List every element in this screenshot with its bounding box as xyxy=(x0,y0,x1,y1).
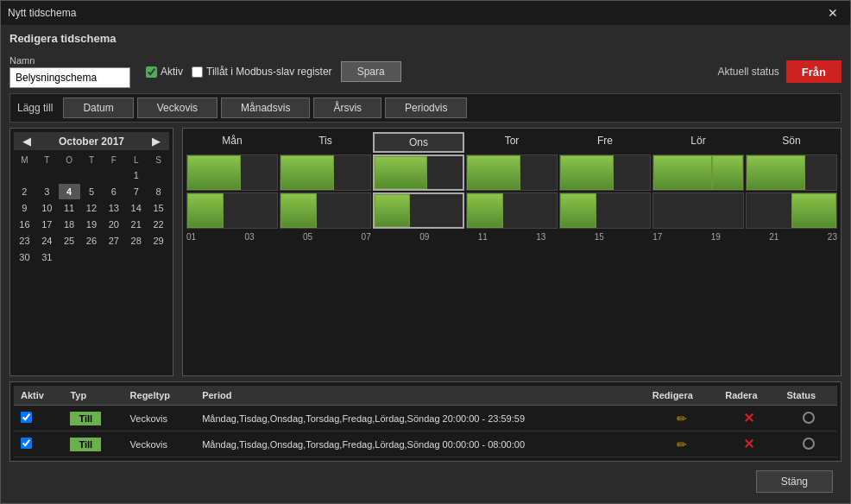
cal-day-29[interactable]: 29 xyxy=(148,233,169,249)
cell-tor-top[interactable] xyxy=(466,154,558,191)
td-period-2: Måndag,Tisdag,Onsdag,Torsdag,Fredag,Lörd… xyxy=(195,432,646,457)
table-row: Till Veckovis Måndag,Tisdag,Onsdag,Torsd… xyxy=(14,406,837,432)
cal-day-19[interactable]: 19 xyxy=(81,217,103,232)
row2-till-badge: Till xyxy=(70,438,101,451)
top-bar: Namn Aktiv Tillåt i Modbus-slav register… xyxy=(9,55,842,88)
cal-day-2[interactable]: 2 xyxy=(14,184,35,199)
cal-day-3[interactable]: 3 xyxy=(36,184,58,199)
cal-day-empty xyxy=(14,167,35,183)
cal-day-5[interactable]: 5 xyxy=(81,184,103,199)
cell-lor-top[interactable] xyxy=(652,154,744,191)
cal-day-30[interactable]: 30 xyxy=(14,249,35,265)
cal-day-13[interactable]: 13 xyxy=(103,200,124,216)
cell-mon-bot[interactable] xyxy=(186,192,278,229)
cal-day-14[interactable]: 14 xyxy=(125,200,147,216)
th-empty2 xyxy=(558,386,646,406)
day-header-ons: Ons xyxy=(373,132,464,153)
row1-aktiv-checkbox[interactable] xyxy=(21,412,32,423)
td-redigera-1: ✏ xyxy=(646,406,718,432)
cell-son-bot[interactable] xyxy=(746,192,837,229)
cal-dh-1: T xyxy=(36,154,58,167)
td-redigera-2: ✏ xyxy=(646,432,718,457)
tab-datum[interactable]: Datum xyxy=(63,98,133,118)
time-19: 19 xyxy=(711,232,721,242)
cal-day-7[interactable]: 7 xyxy=(125,184,147,199)
schedule-row-bottom xyxy=(186,192,837,229)
tab-veckovis[interactable]: Veckovis xyxy=(137,98,217,118)
cal-day-4[interactable]: 4 xyxy=(59,184,80,199)
lagg-till-bar: Lägg till Datum Veckovis Månadsvis Årsvi… xyxy=(9,93,842,123)
cal-day-25[interactable]: 25 xyxy=(59,233,80,249)
cell-tis-bot[interactable] xyxy=(280,192,371,229)
edit-icon-2[interactable]: ✏ xyxy=(677,438,687,451)
edit-icon-1[interactable]: ✏ xyxy=(677,412,687,425)
cell-fre-top[interactable] xyxy=(559,154,651,191)
time-labels: 01 03 05 07 09 11 13 15 17 19 21 23 xyxy=(186,230,837,243)
cal-day-11[interactable]: 11 xyxy=(59,200,80,216)
cal-day-10[interactable]: 10 xyxy=(36,200,58,216)
th-aktiv: Aktiv xyxy=(14,386,63,406)
th-period: Period xyxy=(195,386,470,406)
td-aktiv-2 xyxy=(14,432,63,457)
day-header-son: Sön xyxy=(746,132,837,153)
data-table: Aktiv Typ Regeltyp Period Redigera Rader… xyxy=(14,386,837,457)
delete-icon-1[interactable]: ✕ xyxy=(743,411,754,425)
fran-button[interactable]: Från xyxy=(786,60,842,83)
cal-day-9[interactable]: 9 xyxy=(14,200,35,216)
cal-day-22[interactable]: 22 xyxy=(148,217,169,232)
cal-day-6[interactable]: 6 xyxy=(103,184,124,199)
modbus-label: Tillåt i Modbus-slav register xyxy=(206,66,332,78)
cell-ons-bot[interactable] xyxy=(373,192,464,229)
cal-day-16[interactable]: 16 xyxy=(14,217,35,232)
cell-son-top[interactable] xyxy=(746,154,837,191)
day-header-tor: Tor xyxy=(466,132,558,153)
status-radio-2[interactable] xyxy=(803,438,815,450)
cal-day-23[interactable]: 23 xyxy=(14,233,35,249)
cal-day-18[interactable]: 18 xyxy=(59,217,80,232)
row1-till-badge: Till xyxy=(70,412,101,425)
day-headers: Mån Tis Ons Tor Fre Lör Sön xyxy=(186,132,837,153)
cal-day-24[interactable]: 24 xyxy=(36,233,58,249)
stang-button[interactable]: Stäng xyxy=(756,470,833,493)
cal-day-empty xyxy=(59,249,80,265)
th-status: Status xyxy=(780,386,837,406)
cal-day-1[interactable]: 1 xyxy=(125,167,147,183)
day-header-lor: Lör xyxy=(652,132,744,153)
table-header-row: Aktiv Typ Regeltyp Period Redigera Rader… xyxy=(14,386,837,406)
aktiv-checkbox[interactable] xyxy=(146,66,157,78)
td-radera-2: ✕ xyxy=(718,432,779,457)
cal-day-20[interactable]: 20 xyxy=(103,217,124,232)
cell-lor-bot[interactable] xyxy=(652,192,744,229)
cal-day-31[interactable]: 31 xyxy=(36,249,58,265)
cal-prev[interactable]: ◀ xyxy=(19,135,35,148)
time-17: 17 xyxy=(652,232,662,242)
cell-tor-bot[interactable] xyxy=(466,192,558,229)
cal-day-empty xyxy=(81,167,103,183)
cal-day-15[interactable]: 15 xyxy=(148,200,169,216)
delete-icon-2[interactable]: ✕ xyxy=(743,437,754,451)
time-13: 13 xyxy=(536,232,545,242)
cal-day-17[interactable]: 17 xyxy=(36,217,58,232)
cal-day-21[interactable]: 21 xyxy=(125,217,147,232)
tab-periodvis[interactable]: Periodvis xyxy=(385,98,467,118)
cal-day-8[interactable]: 8 xyxy=(148,184,169,199)
cell-tis-top[interactable] xyxy=(280,154,371,191)
status-radio-1[interactable] xyxy=(803,412,815,424)
cal-next[interactable]: ▶ xyxy=(148,135,164,148)
cal-day-28[interactable]: 28 xyxy=(125,233,147,249)
modbus-checkbox[interactable] xyxy=(192,66,203,78)
tab-arsvis[interactable]: Årsvis xyxy=(313,98,381,118)
cell-ons-top[interactable] xyxy=(373,154,464,191)
cal-day-27[interactable]: 27 xyxy=(103,233,124,249)
td-typ-2: Till xyxy=(63,432,123,457)
tab-manadsvis[interactable]: Månadsvis xyxy=(221,98,310,118)
cal-day-26[interactable]: 26 xyxy=(81,233,103,249)
close-button[interactable]: ✕ xyxy=(823,4,843,22)
row2-aktiv-checkbox[interactable] xyxy=(21,438,32,449)
spara-button[interactable]: Spara xyxy=(341,61,401,82)
name-input[interactable] xyxy=(9,67,130,88)
cell-fre-bot[interactable] xyxy=(559,192,651,229)
cell-mon-top[interactable] xyxy=(186,154,278,191)
cal-day-12[interactable]: 12 xyxy=(81,200,103,216)
status-group: Aktuell status Från xyxy=(717,60,842,83)
